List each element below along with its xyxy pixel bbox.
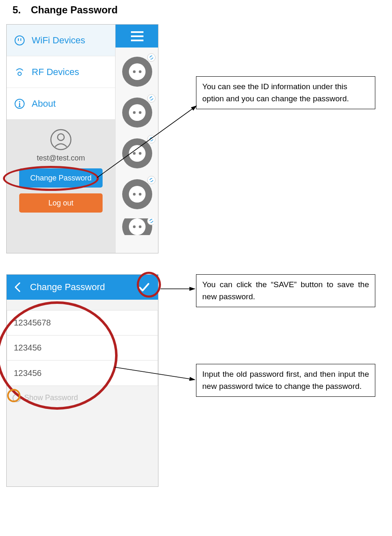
new-password-input[interactable] [14, 343, 151, 353]
section-2: Change Password Show Password You can cl… [0, 274, 392, 508]
titlebar: Change Password [7, 275, 158, 300]
svg-rect-8 [131, 31, 143, 33]
svg-rect-10 [131, 40, 143, 41]
svg-point-29 [133, 225, 136, 228]
svg-point-6 [51, 130, 71, 150]
confirm-password-input[interactable] [14, 368, 151, 378]
old-password-input[interactable] [14, 318, 151, 328]
svg-point-0 [15, 36, 24, 45]
menu-item-label: About [32, 98, 56, 109]
radio-unchecked-icon [13, 394, 21, 402]
svg-point-18 [139, 111, 141, 114]
svg-rect-9 [131, 35, 143, 37]
back-arrow-icon[interactable] [13, 282, 27, 293]
svg-point-3 [18, 72, 21, 75]
show-password-label: Show Password [24, 393, 78, 402]
svg-point-7 [58, 134, 64, 140]
refresh-badge-icon [147, 53, 156, 62]
svg-point-21 [133, 152, 136, 155]
confirm-password-field[interactable] [7, 361, 158, 386]
svg-point-25 [133, 193, 136, 195]
device-socket-icon[interactable] [121, 218, 154, 235]
annotation-input-passwords: Input the old password first, and then i… [196, 364, 375, 397]
svg-point-17 [133, 111, 136, 114]
svg-point-13 [133, 70, 136, 73]
device-socket-icon[interactable] [121, 96, 154, 129]
menu-item-rf-devices[interactable]: RF Devices [7, 56, 115, 88]
svg-point-22 [139, 152, 141, 155]
account-email: test@test.com [15, 154, 107, 163]
rf-signal-icon [13, 66, 26, 78]
old-password-field[interactable] [7, 311, 158, 336]
account-block: test@test.com Change Password Log out [7, 120, 115, 223]
page-title: 5. Change Password [0, 0, 392, 24]
svg-rect-2 [20, 38, 21, 41]
annotation-save-button: You can click the “SAVE” button to save … [196, 274, 375, 307]
svg-rect-1 [18, 38, 19, 41]
menu-list: WiFi Devices RF Devices About [7, 25, 115, 120]
menu-item-about[interactable]: About [7, 88, 115, 120]
menu-item-label: RF Devices [32, 67, 79, 78]
svg-point-12 [129, 63, 146, 80]
device-socket-icon[interactable] [121, 178, 154, 211]
logout-button[interactable]: Log out [19, 193, 103, 213]
screenshot-sidebar-app: WiFi Devices RF Devices About test@test.… [6, 24, 158, 253]
device-list-strip [115, 25, 158, 253]
menu-item-label: WiFi Devices [32, 35, 85, 46]
arrow-to-save [161, 285, 198, 293]
avatar-icon [49, 128, 73, 151]
svg-point-14 [139, 70, 141, 73]
menu-item-wifi-devices[interactable]: WiFi Devices [7, 25, 115, 56]
refresh-badge-icon [147, 94, 156, 103]
screen-title: Change Password [27, 282, 136, 293]
svg-point-28 [129, 218, 146, 235]
password-field-group [7, 310, 158, 386]
screenshot-change-password-form: Change Password Show Password [6, 274, 158, 487]
svg-point-24 [129, 186, 146, 203]
svg-point-16 [129, 104, 146, 121]
new-password-field[interactable] [7, 336, 158, 361]
svg-point-20 [129, 145, 146, 162]
annotation-id-info: You can see the ID information under thi… [196, 76, 375, 109]
refresh-badge-icon [147, 176, 156, 184]
section-1: WiFi Devices RF Devices About test@test.… [0, 24, 392, 274]
device-socket-icon[interactable] [121, 137, 154, 170]
change-password-button[interactable]: Change Password [19, 168, 103, 188]
hamburger-menu-icon[interactable] [116, 25, 158, 48]
svg-point-30 [139, 225, 141, 228]
show-password-toggle[interactable]: Show Password [7, 386, 158, 410]
svg-point-5 [19, 101, 20, 102]
save-check-icon[interactable] [136, 281, 152, 293]
socket-outline-icon [13, 34, 26, 47]
device-socket-icon[interactable] [121, 55, 154, 88]
info-icon [13, 98, 26, 110]
refresh-badge-icon [147, 135, 156, 143]
svg-point-26 [139, 193, 141, 195]
